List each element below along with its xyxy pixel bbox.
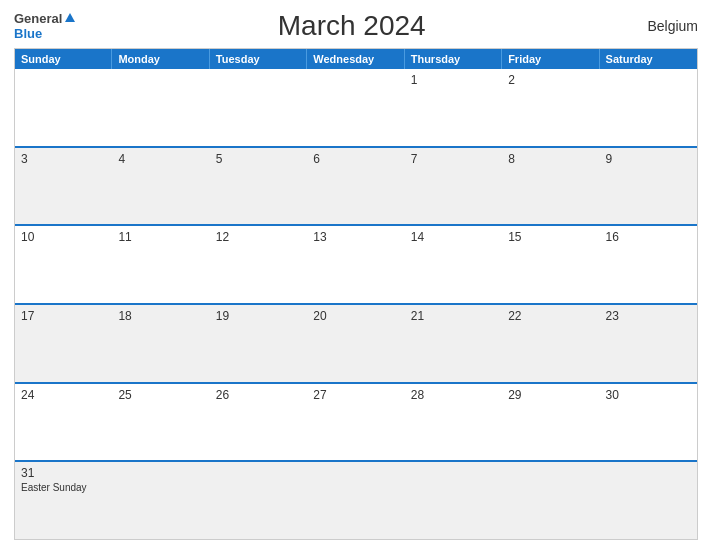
day-cell-3-2: 19 — [210, 305, 307, 382]
day-number: 18 — [118, 309, 203, 323]
day-cell-1-2: 5 — [210, 148, 307, 225]
week-row-4: 17181920212223 — [15, 305, 697, 384]
day-number: 8 — [508, 152, 593, 166]
day-cell-5-1 — [112, 462, 209, 539]
header-monday: Monday — [112, 49, 209, 69]
week-row-5: 24252627282930 — [15, 384, 697, 463]
calendar: Sunday Monday Tuesday Wednesday Thursday… — [14, 48, 698, 540]
day-number: 1 — [411, 73, 496, 87]
day-number: 22 — [508, 309, 593, 323]
day-cell-2-0: 10 — [15, 226, 112, 303]
day-cell-0-3 — [307, 69, 404, 146]
day-number: 28 — [411, 388, 496, 402]
day-cell-2-1: 11 — [112, 226, 209, 303]
day-cell-1-3: 6 — [307, 148, 404, 225]
day-number: 16 — [606, 230, 691, 244]
day-number: 30 — [606, 388, 691, 402]
day-number: 4 — [118, 152, 203, 166]
header-sunday: Sunday — [15, 49, 112, 69]
day-number: 3 — [21, 152, 106, 166]
day-cell-3-1: 18 — [112, 305, 209, 382]
day-number: 23 — [606, 309, 691, 323]
day-cell-0-4: 1 — [405, 69, 502, 146]
logo-general-text: General — [14, 11, 62, 26]
day-cell-5-6 — [600, 462, 697, 539]
day-number: 19 — [216, 309, 301, 323]
header-friday: Friday — [502, 49, 599, 69]
logo-triangle-icon — [65, 13, 75, 22]
day-cell-5-5 — [502, 462, 599, 539]
day-cell-4-5: 29 — [502, 384, 599, 461]
day-cell-1-1: 4 — [112, 148, 209, 225]
country-label: Belgium — [628, 18, 698, 34]
day-number: 15 — [508, 230, 593, 244]
day-cell-4-1: 25 — [112, 384, 209, 461]
day-number: 21 — [411, 309, 496, 323]
page: General Blue March 2024 Belgium Sunday M… — [0, 0, 712, 550]
day-headers-row: Sunday Monday Tuesday Wednesday Thursday… — [15, 49, 697, 69]
day-cell-3-6: 23 — [600, 305, 697, 382]
day-number: 13 — [313, 230, 398, 244]
day-number: 6 — [313, 152, 398, 166]
day-number: 7 — [411, 152, 496, 166]
day-cell-3-4: 21 — [405, 305, 502, 382]
day-cell-0-5: 2 — [502, 69, 599, 146]
day-number: 25 — [118, 388, 203, 402]
day-cell-1-6: 9 — [600, 148, 697, 225]
week-row-6: 31Easter Sunday — [15, 462, 697, 539]
day-cell-2-2: 12 — [210, 226, 307, 303]
logo-blue-text: Blue — [14, 26, 42, 41]
header-thursday: Thursday — [405, 49, 502, 69]
day-cell-3-5: 22 — [502, 305, 599, 382]
day-number: 5 — [216, 152, 301, 166]
day-number: 11 — [118, 230, 203, 244]
day-number: 27 — [313, 388, 398, 402]
day-cell-5-2 — [210, 462, 307, 539]
week-row-2: 3456789 — [15, 148, 697, 227]
day-cell-1-0: 3 — [15, 148, 112, 225]
day-number: 29 — [508, 388, 593, 402]
day-number: 24 — [21, 388, 106, 402]
day-cell-4-2: 26 — [210, 384, 307, 461]
day-cell-0-1 — [112, 69, 209, 146]
day-number: 12 — [216, 230, 301, 244]
header-saturday: Saturday — [600, 49, 697, 69]
weeks-container: 1234567891011121314151617181920212223242… — [15, 69, 697, 539]
day-cell-4-4: 28 — [405, 384, 502, 461]
day-cell-0-6 — [600, 69, 697, 146]
day-number: 2 — [508, 73, 593, 87]
day-cell-2-4: 14 — [405, 226, 502, 303]
week-row-3: 10111213141516 — [15, 226, 697, 305]
day-number: 17 — [21, 309, 106, 323]
header-tuesday: Tuesday — [210, 49, 307, 69]
day-number: 9 — [606, 152, 691, 166]
day-cell-2-3: 13 — [307, 226, 404, 303]
day-cell-0-2 — [210, 69, 307, 146]
logo-top: General — [14, 11, 75, 26]
day-number: 20 — [313, 309, 398, 323]
day-cell-1-5: 8 — [502, 148, 599, 225]
day-cell-3-0: 17 — [15, 305, 112, 382]
header: General Blue March 2024 Belgium — [14, 10, 698, 42]
day-cell-3-3: 20 — [307, 305, 404, 382]
logo: General Blue — [14, 11, 75, 41]
day-cell-4-6: 30 — [600, 384, 697, 461]
day-event: Easter Sunday — [21, 482, 106, 493]
day-cell-5-0: 31Easter Sunday — [15, 462, 112, 539]
day-cell-5-3 — [307, 462, 404, 539]
day-cell-2-6: 16 — [600, 226, 697, 303]
day-number: 26 — [216, 388, 301, 402]
day-number: 31 — [21, 466, 106, 480]
calendar-title: March 2024 — [75, 10, 628, 42]
day-cell-4-3: 27 — [307, 384, 404, 461]
day-cell-1-4: 7 — [405, 148, 502, 225]
day-cell-5-4 — [405, 462, 502, 539]
day-cell-0-0 — [15, 69, 112, 146]
day-number: 10 — [21, 230, 106, 244]
day-number: 14 — [411, 230, 496, 244]
day-cell-4-0: 24 — [15, 384, 112, 461]
day-cell-2-5: 15 — [502, 226, 599, 303]
week-row-1: 12 — [15, 69, 697, 148]
header-wednesday: Wednesday — [307, 49, 404, 69]
